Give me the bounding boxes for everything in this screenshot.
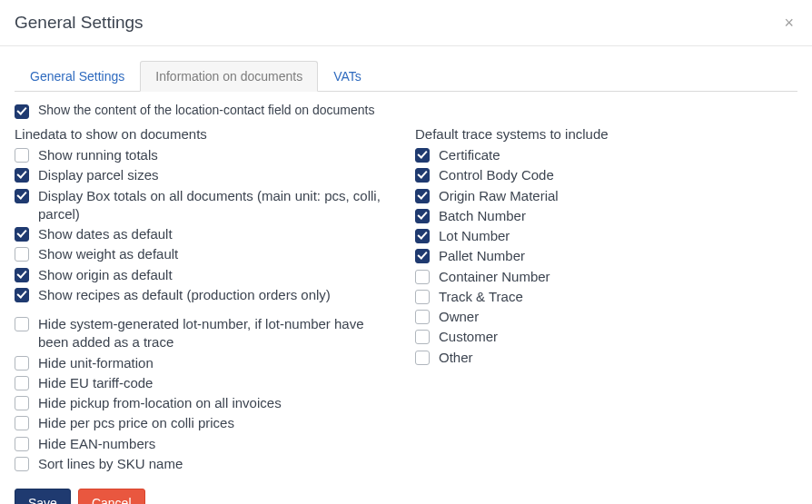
right-section-title: Default trace systems to include <box>415 126 797 142</box>
settings-modal: General Settings × General SettingsInfor… <box>0 0 812 504</box>
checkbox-show-weight-as-default[interactable] <box>15 247 29 262</box>
footer: Save Cancel <box>15 489 797 504</box>
label-customer: Customer <box>439 328 498 346</box>
checkbox-certificate[interactable] <box>415 148 430 163</box>
right-column: Default trace systems to include Certifi… <box>415 126 797 368</box>
cancel-button[interactable]: Cancel <box>78 489 145 504</box>
tab-info[interactable]: Information on documents <box>140 61 318 92</box>
checkbox-hide-eu-tariff-code[interactable] <box>15 376 29 390</box>
checkbox-other[interactable] <box>415 351 430 365</box>
label-display-parcel-sizes: Display parcel sizes <box>38 166 159 184</box>
save-button[interactable]: Save <box>15 489 71 504</box>
option-hide-ean-numbers: Hide EAN-numbers <box>15 434 397 454</box>
checkbox-hide-ean-numbers[interactable] <box>15 437 29 451</box>
checkbox-owner[interactable] <box>415 310 430 324</box>
option-display-box-totals-on-all-documents-main: Display Box totals on all documents (mai… <box>15 186 397 225</box>
checkbox-hide-pickup-from-location-on-all-invoice[interactable] <box>15 396 29 410</box>
checkbox-batch-number[interactable] <box>415 209 430 223</box>
option-display-parcel-sizes: Display parcel sizes <box>15 165 397 185</box>
checkbox-control-body-code[interactable] <box>415 168 430 183</box>
label-show-location-contact: Show the content of the location-contact… <box>38 103 374 117</box>
option-lot-number: Lot Number <box>415 226 797 246</box>
label-hide-eu-tariff-code: Hide EU tariff-code <box>38 374 153 392</box>
modal-body: General SettingsInformation on documents… <box>0 46 812 504</box>
label-show-origin-as-default: Show origin as default <box>38 266 173 284</box>
label-batch-number: Batch Number <box>439 207 526 225</box>
option-sort-lines-by-sku-name: Sort lines by SKU name <box>15 454 397 474</box>
label-track-trace: Track & Trace <box>439 288 523 306</box>
columns: Linedata to show on documents Show runni… <box>15 126 797 474</box>
checkbox-show-running-totals[interactable] <box>15 148 29 163</box>
option-show-location-contact: Show the content of the location-contact… <box>15 103 797 119</box>
tab-bar: General SettingsInformation on documents… <box>15 61 797 92</box>
label-show-recipes-as-default-production-order: Show recipes as default (production orde… <box>38 286 331 304</box>
label-show-running-totals: Show running totals <box>38 146 158 164</box>
label-pallet-number: Pallet Number <box>439 247 525 265</box>
left-section-title: Linedata to show on documents <box>15 126 397 142</box>
checkbox-show-location-contact[interactable] <box>15 104 29 119</box>
option-hide-unit-formation: Hide unit-formation <box>15 353 397 373</box>
modal-header: General Settings × <box>0 0 812 46</box>
checkbox-show-origin-as-default[interactable] <box>15 268 29 282</box>
checkbox-pallet-number[interactable] <box>415 249 430 263</box>
label-certificate: Certificate <box>439 146 500 164</box>
checkbox-origin-raw-material[interactable] <box>415 189 430 203</box>
option-container-number: Container Number <box>415 267 797 287</box>
label-hide-per-pcs-price-on-colli-prices: Hide per pcs price on colli prices <box>38 414 234 432</box>
label-lot-number: Lot Number <box>439 227 510 245</box>
option-pallet-number: Pallet Number <box>415 246 797 266</box>
option-show-origin-as-default: Show origin as default <box>15 265 397 285</box>
label-other: Other <box>439 349 473 367</box>
option-batch-number: Batch Number <box>415 206 797 226</box>
label-display-box-totals-on-all-documents-main: Display Box totals on all documents (mai… <box>38 187 397 224</box>
label-hide-system-generated-lot-number-if-lot-: Hide system-generated lot-number, if lot… <box>38 315 397 352</box>
option-hide-eu-tariff-code: Hide EU tariff-code <box>15 373 397 393</box>
option-customer: Customer <box>415 327 797 347</box>
option-hide-per-pcs-price-on-colli-prices: Hide per pcs price on colli prices <box>15 413 397 433</box>
left-option-list: Show running totalsDisplay parcel sizesD… <box>15 145 397 474</box>
left-column: Linedata to show on documents Show runni… <box>15 126 397 474</box>
option-show-weight-as-default: Show weight as default <box>15 244 397 264</box>
close-icon[interactable]: × <box>780 11 797 35</box>
option-other: Other <box>415 348 797 368</box>
option-certificate: Certificate <box>415 145 797 165</box>
option-hide-system-generated-lot-number-if-lot-: Hide system-generated lot-number, if lot… <box>15 314 397 353</box>
checkbox-hide-unit-formation[interactable] <box>15 356 29 371</box>
checkbox-hide-per-pcs-price-on-colli-prices[interactable] <box>15 416 29 430</box>
label-hide-pickup-from-location-on-all-invoice: Hide pickup from-location on all invoice… <box>38 394 282 412</box>
label-origin-raw-material: Origin Raw Material <box>439 187 559 205</box>
option-control-body-code: Control Body Code <box>415 165 797 185</box>
label-hide-ean-numbers: Hide EAN-numbers <box>38 435 155 453</box>
label-show-weight-as-default: Show weight as default <box>38 245 178 263</box>
label-container-number: Container Number <box>439 268 550 286</box>
checkbox-track-trace[interactable] <box>415 290 430 304</box>
option-track-trace: Track & Trace <box>415 287 797 307</box>
option-origin-raw-material: Origin Raw Material <box>415 186 797 206</box>
checkbox-sort-lines-by-sku-name[interactable] <box>15 457 29 471</box>
option-hide-pickup-from-location-on-all-invoice: Hide pickup from-location on all invoice… <box>15 393 397 413</box>
option-show-dates-as-default: Show dates as default <box>15 224 397 244</box>
checkbox-customer[interactable] <box>415 330 430 344</box>
tab-general[interactable]: General Settings <box>15 61 140 92</box>
tab-vats[interactable]: VATs <box>318 61 377 92</box>
label-sort-lines-by-sku-name: Sort lines by SKU name <box>38 455 183 473</box>
label-owner: Owner <box>439 308 479 326</box>
modal-title: General Settings <box>15 13 144 33</box>
checkbox-display-box-totals-on-all-documents-main[interactable] <box>15 189 29 203</box>
option-show-recipes-as-default-production-order: Show recipes as default (production orde… <box>15 285 397 305</box>
checkbox-hide-system-generated-lot-number-if-lot-[interactable] <box>15 317 29 331</box>
label-hide-unit-formation: Hide unit-formation <box>38 354 153 372</box>
label-control-body-code: Control Body Code <box>439 166 554 184</box>
group-gap <box>15 305 397 314</box>
option-show-running-totals: Show running totals <box>15 145 397 165</box>
right-option-list: CertificateControl Body CodeOrigin Raw M… <box>415 145 797 368</box>
checkbox-display-parcel-sizes[interactable] <box>15 168 29 183</box>
checkbox-show-recipes-as-default-production-order[interactable] <box>15 288 29 302</box>
label-show-dates-as-default: Show dates as default <box>38 225 173 243</box>
checkbox-container-number[interactable] <box>415 270 430 284</box>
checkbox-lot-number[interactable] <box>415 229 430 243</box>
checkbox-show-dates-as-default[interactable] <box>15 227 29 242</box>
option-owner: Owner <box>415 307 797 327</box>
